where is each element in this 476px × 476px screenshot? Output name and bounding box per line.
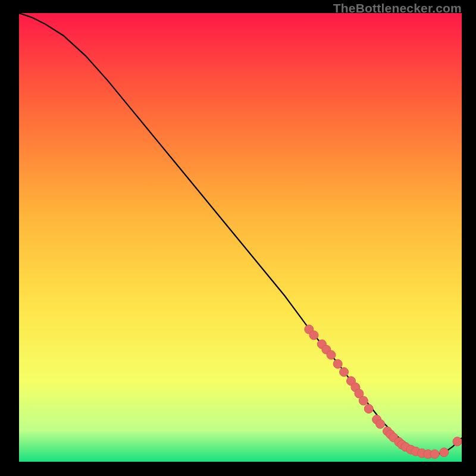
dot — [340, 368, 349, 377]
dot — [359, 396, 368, 405]
dot — [364, 405, 373, 414]
dot — [376, 419, 385, 428]
bottleneck-curve — [19, 13, 462, 455]
dot — [309, 331, 318, 340]
curve-layer — [19, 13, 462, 462]
dot — [430, 450, 439, 459]
highlight-dots — [305, 325, 462, 459]
dot — [333, 359, 342, 368]
chart-stage: TheBottlenecker.com — [0, 0, 476, 476]
dot — [453, 437, 462, 446]
plot-area — [19, 13, 462, 462]
dot — [327, 350, 336, 359]
dot — [440, 448, 449, 457]
